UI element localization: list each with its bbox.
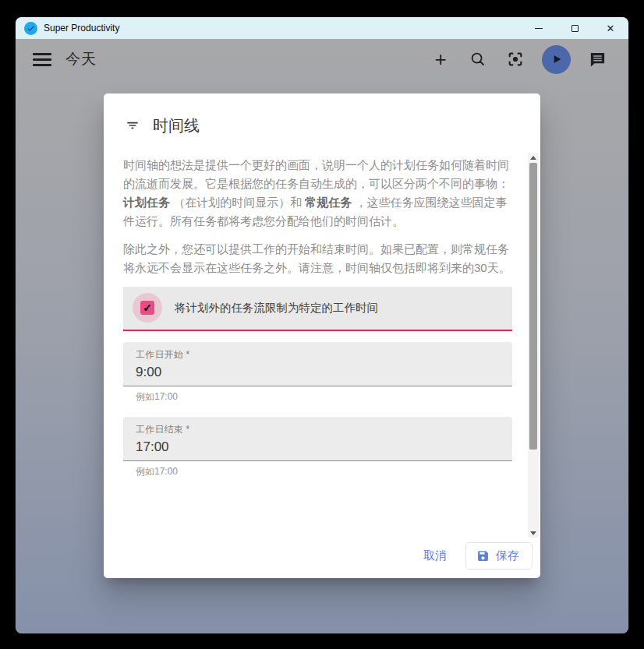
checkmark-glyph: ✓ — [143, 302, 152, 313]
description-paragraph-2: 除此之外，您还可以提供工作的开始和结束时间。如果已配置，则常规任务将永远不会显示… — [123, 240, 512, 277]
app-logo-icon — [24, 22, 37, 35]
add-task-icon[interactable]: + — [431, 50, 450, 69]
cancel-button[interactable]: 取消 — [409, 542, 461, 570]
workday-start-value: 9:00 — [136, 365, 500, 380]
app-window: Super Productivity ✕ 今天 + — [16, 17, 628, 633]
main-toolbar: 今天 + — [16, 39, 628, 79]
dialog-scrollbar[interactable] — [528, 153, 539, 538]
save-icon — [476, 549, 490, 563]
filter-icon — [125, 118, 140, 133]
p1-term-scheduled-tasks: 计划任务 — [123, 196, 170, 209]
chat-icon[interactable] — [588, 50, 607, 69]
dialog-actions: 取消 保存 — [104, 538, 540, 578]
page-title: 今天 — [65, 49, 97, 69]
timeline-settings-dialog: 时间线 时间轴的想法是提供一个更好的画面，说明一个人的计划任务如何随着时间的流逝… — [104, 93, 540, 578]
work-hours-checkbox-row[interactable]: ✓ 将计划外的任务流限制为特定的工作时间 — [123, 287, 512, 331]
hamburger-menu-icon[interactable] — [33, 53, 51, 66]
workday-end-hint: 例如17:00 — [123, 461, 512, 485]
workday-end-field: 工作日结束 * 17:00 例如17:00 — [123, 417, 512, 485]
dialog-body: 时间轴的想法是提供一个更好的画面，说明一个人的计划任务如何随着时间的流逝而发展。… — [104, 153, 540, 538]
dialog-header: 时间线 — [104, 93, 540, 153]
p1-term-regular-tasks: 常规任务 — [305, 196, 352, 209]
workday-end-value: 17:00 — [136, 439, 500, 455]
scrollbar-down-icon[interactable] — [528, 528, 539, 538]
close-icon[interactable]: ✕ — [593, 17, 628, 39]
workday-end-input[interactable]: 工作日结束 * 17:00 — [123, 417, 512, 461]
scrollbar-up-icon[interactable] — [528, 153, 539, 162]
window-controls: ✕ — [521, 17, 628, 39]
p1-text-b: （在计划的时间显示）和 — [170, 196, 305, 209]
save-button-label: 保存 — [496, 548, 519, 563]
search-icon[interactable] — [469, 50, 487, 69]
maximize-icon[interactable] — [557, 17, 593, 39]
titlebar: Super Productivity ✕ — [16, 17, 628, 39]
save-button[interactable]: 保存 — [465, 542, 533, 570]
workday-start-input[interactable]: 工作日开始 * 9:00 — [123, 342, 512, 386]
checkbox-checked-icon[interactable]: ✓ — [140, 301, 154, 315]
workday-start-label: 工作日开始 * — [136, 348, 500, 362]
workday-start-field: 工作日开始 * 9:00 例如17:00 — [123, 342, 512, 411]
workday-end-label: 工作日结束 * — [136, 423, 500, 436]
description-paragraph-1: 时间轴的想法是提供一个更好的画面，说明一个人的计划任务如何随着时间的流逝而发展。… — [123, 156, 512, 231]
p1-text-a: 时间轴的想法是提供一个更好的画面，说明一个人的计划任务如何随着时间的流逝而发展。… — [123, 158, 509, 190]
workday-start-hint: 例如17:00 — [123, 386, 512, 411]
scrollbar-thumb[interactable] — [529, 163, 537, 450]
dialog-title: 时间线 — [153, 115, 200, 136]
play-button[interactable] — [542, 45, 571, 74]
window-title: Super Productivity — [44, 23, 119, 34]
focus-mode-icon[interactable] — [506, 50, 525, 69]
minimize-icon[interactable] — [521, 17, 557, 39]
checkbox-label: 将计划外的任务流限制为特定的工作时间 — [175, 301, 378, 316]
checkbox-ripple: ✓ — [133, 293, 162, 323]
